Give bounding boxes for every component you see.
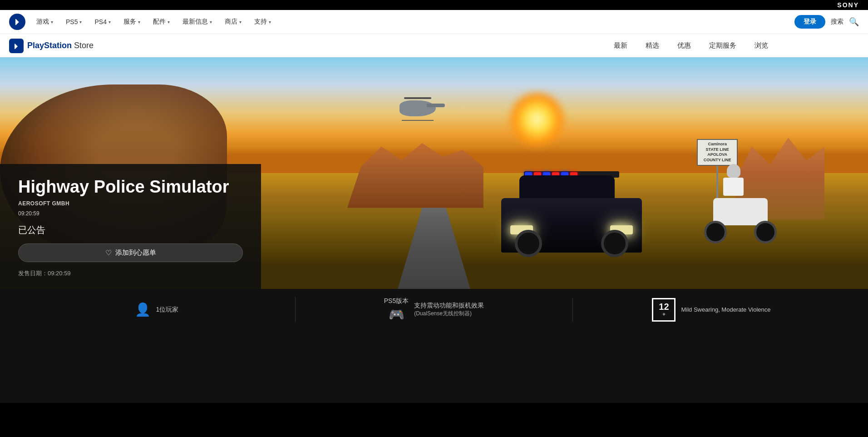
nav-item-ps4[interactable]: PS4 ▾ [89,15,116,28]
game-title: Highway Police Simulator [18,178,243,197]
store-nav-subscription[interactable]: 定期服务 [709,40,736,52]
chevron-down-icon: ▾ [210,20,212,25]
wishlist-button[interactable]: ♡ 添加到心愿单 [18,243,243,262]
rider-head [727,164,740,178]
game-publisher: AEROSOFT GMBH [18,200,243,207]
player-icon: 👤 [135,302,151,317]
nav-item-shop[interactable]: 商店 ▾ [219,15,247,29]
rating-badge: 12 + [652,298,676,322]
store-title: PlayStation Store [27,41,94,50]
car-wheel-rear [515,230,542,257]
heli-skids [402,118,434,121]
search-icon: 🔍 [849,17,859,26]
controller-icon: 🎮 [389,307,404,322]
release-date: 发售日期：09:20:59 [18,269,243,278]
main-nav: ⏵ 游戏 ▾ PS5 ▾ PS4 ▾ 服务 ▾ 配件 ▾ 最新信息 ▾ 商店 ▾ [0,10,868,34]
store-ps-icon: ⏵ [9,39,24,53]
sony-bar: SONY [0,0,868,10]
rating-section: 12 + Mild Swearing, Moderate Violence [572,298,850,322]
heart-icon: ♡ [105,248,112,257]
nav-item-games[interactable]: 游戏 ▾ [31,15,59,29]
chevron-down-icon: ▾ [108,20,111,25]
store-nav-latest[interactable]: 最新 [614,40,627,52]
store-nav-items: 最新 精选 优惠 定期服务 浏览 [614,40,768,52]
helicopter [390,94,445,121]
store-nav-featured[interactable]: 精选 [646,40,659,52]
rider-body [723,178,744,196]
players-text: 1位玩家 [156,306,179,314]
ps5-feature-sub: (DualSense无线控制器) [414,310,484,318]
car-wheel-front [601,230,628,257]
store-logo: ⏵ PlayStation Store [9,39,94,53]
playstation-logo: ⏵ [9,14,25,30]
ps5-feature-label: 支持震动功能和扳机效果 [414,302,484,310]
ps5-version-label: PS5版本 [384,297,409,305]
heli-tail [427,104,445,107]
chevron-down-icon: ▾ [51,20,53,25]
moto-wheel-front [754,221,777,243]
info-bar: 👤 1位玩家 PS5版本 🎮 支持震动功能和扳机效果 (DualSense无线控… [0,289,868,330]
chevron-down-icon: ▾ [138,20,140,25]
motorcycle [700,171,781,243]
rating-text: Mild Swearing, Moderate Violence [681,306,770,313]
svg-text:⏵: ⏵ [13,42,20,50]
chevron-down-icon: ▾ [79,20,82,25]
car-body [501,198,642,253]
store-nav: ⏵ PlayStation Store 最新 精选 优惠 定期服务 浏览 [0,34,868,57]
svg-text:⏵: ⏵ [13,17,21,26]
nav-right: 登录 搜索 🔍 [794,15,859,29]
hero-section: Caminora STATE LINE APOLOVA COUNTY LINE [0,57,868,289]
players-section: 👤 1位玩家 [18,302,295,317]
chevron-down-icon: ▾ [168,20,170,25]
nav-item-services[interactable]: 服务 ▾ [118,15,146,29]
game-time: 09:20:59 [18,210,243,217]
police-car [492,162,651,253]
store-nav-deals[interactable]: 优惠 [677,40,691,52]
sony-logo: SONY [837,1,859,9]
heli-body [399,100,436,116]
sign-board: Caminora STATE LINE APOLOVA COUNTY LINE [697,139,738,166]
chevron-down-icon: ▾ [239,20,242,25]
nav-item-news[interactable]: 最新信息 ▾ [177,15,217,29]
nav-item-accessories[interactable]: 配件 ▾ [148,15,175,29]
rider [720,164,747,200]
bottom-area [0,330,868,403]
nav-item-ps5[interactable]: PS5 ▾ [60,15,87,28]
moto-body [713,198,768,225]
game-status: 已公告 [18,224,243,236]
search-button[interactable]: 🔍 [849,17,859,27]
heli-rotor [404,97,431,99]
game-overlay: Highway Police Simulator AEROSOFT GMBH 0… [0,164,261,289]
nav-items: 游戏 ▾ PS5 ▾ PS4 ▾ 服务 ▾ 配件 ▾ 最新信息 ▾ 商店 ▾ 支… [31,15,794,29]
store-nav-browse[interactable]: 浏览 [755,40,768,52]
login-button[interactable]: 登录 [794,15,825,29]
moto-wheel-rear [704,221,727,243]
nav-item-support[interactable]: 支持 ▾ [249,15,276,29]
sun-effect [510,92,564,147]
ps5-section: PS5版本 🎮 支持震动功能和扳机效果 (DualSense无线控制器) [295,297,572,322]
chevron-down-icon: ▾ [269,20,271,25]
search-label: 搜索 [831,18,843,26]
